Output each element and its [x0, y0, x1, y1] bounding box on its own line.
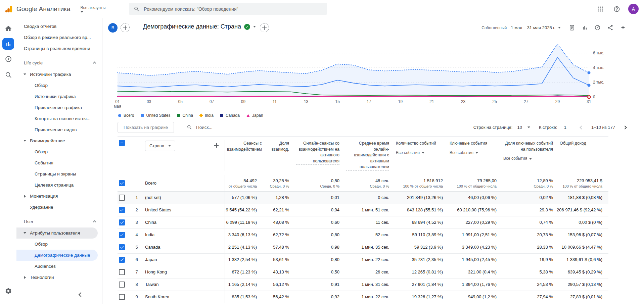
- sidebar-item[interactable]: Технологии: [16, 272, 98, 283]
- row-checkbox[interactable]: [119, 232, 125, 238]
- column-header[interactable]: Доля взаимод.: [262, 140, 294, 171]
- sidebar-item[interactable]: Атрибуты пользователя: [16, 227, 98, 239]
- table-row[interactable]: 7Hong Kong672 (1,23 %)43,13 %0,5026 сек.…: [118, 266, 608, 278]
- events-filter-dropdown[interactable]: Все события: [396, 150, 424, 156]
- sidebar-item[interactable]: Привлечение трафика: [16, 102, 98, 113]
- totals-value: 54 492: [243, 178, 257, 183]
- table-row[interactable]: 6Japan1 382 (2,54 %)53,61 %0,801 мин. 22…: [118, 254, 608, 266]
- table-row[interactable]: 9South Korea835 (1,53 %)56,42 %0,921 мин…: [118, 291, 608, 303]
- row-checkbox[interactable]: [119, 269, 125, 275]
- global-search-input[interactable]: Рекомендуем поискать: "Обзор поведения": [129, 3, 327, 15]
- comparison-button[interactable]: [579, 22, 590, 34]
- column-header[interactable]: Доля ключевых событий на пользователяВсе…: [501, 140, 558, 171]
- legend-item[interactable]: Всего: [118, 113, 134, 118]
- share-button[interactable]: [604, 22, 616, 34]
- left-navigation-rail: [0, 18, 16, 304]
- metric-cell: 12 265 (0,81 %): [394, 266, 448, 278]
- select-all-checkbox[interactable]: [119, 140, 125, 146]
- sidebar-item[interactable]: Когорты на основе источ...: [16, 113, 98, 124]
- sidebar-item[interactable]: Обзор: [16, 146, 98, 157]
- user-avatar[interactable]: A: [628, 4, 639, 14]
- sidebar-item[interactable]: Источники трафика: [16, 69, 98, 80]
- metric-value: 26 сек.: [375, 269, 389, 274]
- sidebar-item[interactable]: Страницы и экраны: [16, 168, 98, 180]
- apps-grid-button[interactable]: [594, 2, 607, 16]
- collaborator-avatar[interactable]: B: [108, 23, 118, 33]
- sidebar-item[interactable]: События: [16, 157, 98, 168]
- date-range-picker[interactable]: 1 мая – 31 мая 2025 г.: [511, 25, 561, 30]
- collapse-sidebar-button[interactable]: [77, 291, 85, 299]
- check-icon: [245, 25, 249, 29]
- legend-item[interactable]: Japan: [246, 113, 263, 118]
- sidebar-item[interactable]: Взаимодействие: [16, 135, 98, 146]
- notes-button[interactable]: [566, 22, 578, 34]
- sampling-quality-button[interactable]: [592, 22, 603, 34]
- sidebar-section-header[interactable]: User: [16, 215, 102, 227]
- sidebar-item[interactable]: Источники трафика: [16, 91, 98, 102]
- check-icon: [120, 220, 124, 225]
- table-row[interactable]: 8Taiwan1 165 (2,14 %)56,12 %0,911 мин. 3…: [118, 278, 608, 291]
- metric-cell: 3 349,00 (4,23 %): [448, 241, 501, 253]
- advertising-nav-button[interactable]: [2, 68, 15, 81]
- column-header[interactable]: Ключевые событияВсе события: [448, 140, 501, 171]
- legend-item[interactable]: India: [200, 113, 214, 118]
- add-secondary-dimension-button[interactable]: [214, 143, 219, 149]
- account-switcher[interactable]: Все аккаунты: [81, 5, 106, 13]
- goto-row-input[interactable]: 1: [564, 125, 566, 130]
- dimension-selector[interactable]: Страна: [145, 141, 175, 151]
- table-row[interactable]: 4India3 340 (6,13 %)62,72 %0,8052 сек.59…: [118, 229, 608, 241]
- sidebar-item[interactable]: Привлечение лидов: [16, 124, 98, 135]
- report-main: B Демографические данные: Страна Собстве…: [103, 18, 644, 304]
- explore-nav-button[interactable]: [2, 53, 15, 65]
- sidebar-item[interactable]: Целевая страница: [16, 180, 98, 191]
- add-collaborator-button[interactable]: [121, 23, 130, 32]
- table-row[interactable]: 5Canada2 251 (4,13 %)57,48 %0,981 мин. 3…: [118, 241, 608, 254]
- column-header[interactable]: Среднее время онлайн-взаимодействия с ак…: [344, 140, 394, 171]
- reports-nav-button[interactable]: [2, 38, 14, 50]
- sidebar-item[interactable]: Audiences: [16, 261, 98, 272]
- row-checkbox[interactable]: [119, 207, 125, 213]
- admin-settings-button[interactable]: [2, 285, 15, 297]
- row-checkbox[interactable]: [119, 282, 125, 288]
- totals-checkbox[interactable]: [119, 180, 125, 186]
- report-title-dropdown[interactable]: Демографические данные: Страна: [142, 22, 257, 33]
- google-analytics-logo[interactable]: Google Аналитика: [5, 5, 71, 13]
- line-chart-canvas[interactable]: 02 тыс.4 тыс.6 тыс.01мая0305070911131517…: [118, 39, 611, 111]
- sidebar-section-header[interactable]: Life cycle: [16, 57, 102, 69]
- row-checkbox[interactable]: [119, 219, 125, 225]
- events-filter-dropdown[interactable]: Все события: [503, 156, 532, 162]
- column-header[interactable]: Количество событийВсе события: [394, 140, 448, 171]
- row-checkbox[interactable]: [119, 257, 125, 263]
- sidebar-item[interactable]: Демографические данные: [16, 250, 98, 261]
- table-search-input[interactable]: Поиск...: [187, 124, 213, 130]
- sidebar-item[interactable]: Обзор: [16, 80, 98, 91]
- home-nav-button[interactable]: [2, 22, 15, 35]
- sidebar-item[interactable]: Обзор: [16, 239, 98, 250]
- x-axis-label: 21: [429, 99, 434, 104]
- events-filter-dropdown[interactable]: Все события: [450, 150, 478, 156]
- column-header[interactable]: Сеансы с взаимодействием: [225, 140, 262, 171]
- help-button[interactable]: [610, 2, 624, 16]
- column-header[interactable]: Онлайн-сеансы со взаимодействием на акти…: [294, 140, 344, 171]
- legend-item[interactable]: United States: [141, 113, 170, 118]
- sidebar-item[interactable]: Монетизация: [16, 191, 98, 202]
- sidebar-item[interactable]: Сводка отчетов: [16, 21, 102, 32]
- prev-page-button[interactable]: [577, 123, 586, 132]
- legend-item[interactable]: Canada: [220, 113, 240, 118]
- insights-button[interactable]: [617, 22, 629, 34]
- plot-rows-button[interactable]: Показать на графике: [118, 122, 174, 133]
- table-row[interactable]: 1(not set)577 (1,06 %)1,28 %0,010 сек.20…: [118, 192, 608, 204]
- sidebar-item[interactable]: Удержание: [16, 202, 102, 213]
- rows-per-page-select[interactable]: 10: [517, 125, 530, 130]
- table-row[interactable]: 2United States9 545 (54,22 %)62,21 %0,94…: [118, 204, 608, 216]
- table-row[interactable]: 3China6 099 (11,19 %)48,08 %0,6011 сек.6…: [118, 216, 608, 229]
- sidebar-item[interactable]: Обзор в режиме реального вр...: [16, 32, 102, 43]
- add-report-button[interactable]: [260, 23, 269, 32]
- column-header[interactable]: Общий доход: [558, 140, 607, 171]
- sidebar-item[interactable]: Страницы в реальном времени: [16, 43, 102, 54]
- row-checkbox[interactable]: [119, 244, 125, 250]
- row-checkbox[interactable]: [119, 195, 125, 201]
- legend-item[interactable]: China: [177, 113, 193, 118]
- row-checkbox[interactable]: [119, 294, 125, 300]
- next-page-button[interactable]: [620, 123, 629, 132]
